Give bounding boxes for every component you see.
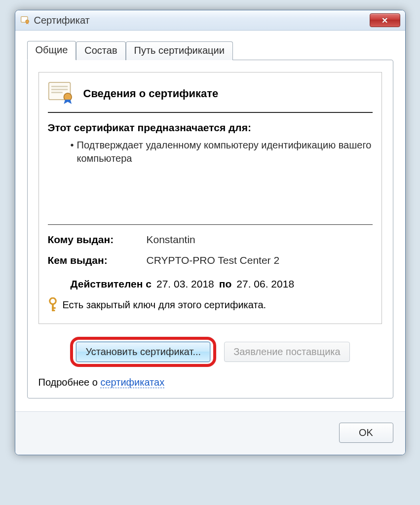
separator-mid: [48, 224, 373, 225]
window-title: Сертификат: [34, 15, 90, 26]
valid-from-value: 27. 03. 2018: [156, 278, 214, 290]
valid-to-value: 27. 06. 2018: [236, 278, 294, 290]
private-key-row: Есть закрытый ключ для этого сертификата…: [48, 298, 373, 312]
issued-by-value: CRYPTO-PRO Test Center 2: [147, 254, 280, 266]
separator-top: [48, 112, 373, 113]
bullet-dot-icon: •: [71, 139, 74, 165]
key-icon: [48, 298, 58, 312]
tab-certification-path[interactable]: Путь сертификации: [126, 41, 233, 60]
learn-more-row: Подробнее о сертификатах: [38, 377, 382, 388]
private-key-text: Есть закрытый ключ для этого сертификата…: [63, 299, 267, 311]
valid-from-label: Действителен с: [71, 278, 152, 290]
issued-to-label: Кому выдан:: [48, 234, 147, 246]
certificate-dialog: Сертификат ✕ Общие Состав Путь сертифика…: [15, 10, 406, 455]
highlight-ring: Установить сертификат...: [70, 337, 216, 367]
issued-by-label: Кем выдан:: [48, 254, 147, 266]
tab-general[interactable]: Общие: [27, 41, 76, 60]
svg-rect-10: [52, 310, 55, 311]
valid-to-label: по: [219, 278, 232, 290]
tab-body-general: Сведения о сертификате Этот сертификат п…: [27, 60, 393, 398]
certificate-app-icon: [20, 15, 30, 25]
close-button[interactable]: ✕: [370, 13, 400, 27]
action-button-row: Установить сертификат... Заявление поста…: [38, 337, 382, 367]
svg-point-7: [49, 298, 56, 304]
certificate-icon: [48, 81, 76, 106]
certificate-info-box: Сведения о сертификате Этот сертификат п…: [38, 72, 382, 324]
purpose-text: Подтверждает удаленному компьютеру идент…: [77, 139, 373, 165]
tab-details[interactable]: Состав: [76, 41, 125, 60]
titlebar[interactable]: Сертификат ✕: [15, 10, 405, 31]
tab-row: Общие Состав Путь сертификации: [27, 40, 393, 60]
dialog-footer: OK: [15, 411, 405, 455]
client-area: Общие Состав Путь сертификации: [15, 31, 405, 411]
svg-rect-4: [51, 89, 68, 90]
svg-rect-5: [51, 92, 63, 93]
learn-more-link[interactable]: сертификатах: [100, 377, 164, 388]
section-title: Сведения о сертификате: [83, 87, 219, 100]
ok-button[interactable]: OK: [339, 423, 393, 443]
purpose-title: Этот сертификат предназначается для:: [48, 122, 373, 134]
close-icon: ✕: [382, 16, 388, 25]
issued-to-value: Konstantin: [147, 234, 195, 246]
svg-point-1: [25, 20, 29, 23]
install-certificate-button[interactable]: Установить сертификат...: [76, 342, 210, 362]
issuer-statement-button: Заявление поставщика: [224, 342, 349, 362]
learn-more-prefix: Подробнее о: [38, 377, 101, 388]
purpose-bullet: • Подтверждает удаленному компьютеру иде…: [71, 139, 373, 165]
tab-control: Общие Состав Путь сертификации: [27, 40, 393, 398]
svg-rect-9: [52, 307, 56, 309]
validity-row: Действителен с 27. 03. 2018 по 27. 06. 2…: [71, 278, 373, 290]
svg-rect-3: [51, 86, 68, 87]
